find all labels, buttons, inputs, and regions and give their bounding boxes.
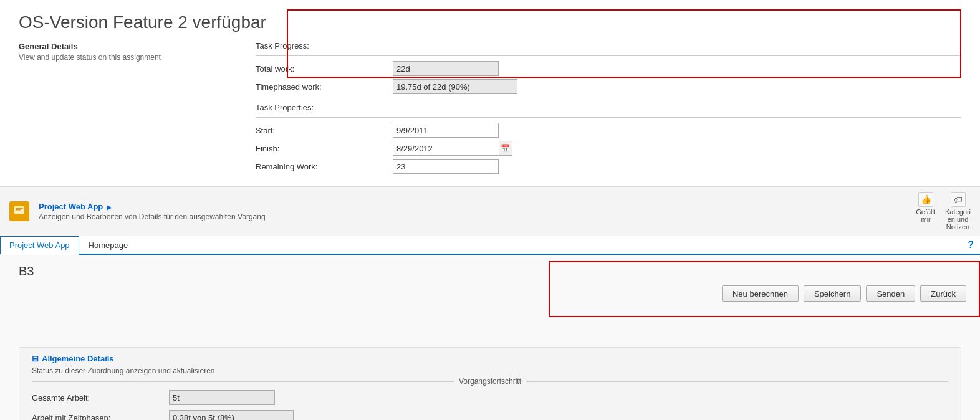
timephased-input[interactable]	[393, 79, 517, 94]
tab-project-web-app[interactable]: Project Web App	[0, 236, 79, 255]
calendar-button[interactable]: 📅	[499, 141, 512, 156]
ribbon-desc: Anzeigen und Bearbeiten von Details für …	[39, 212, 906, 221]
vorgangs-section: Vorgangsfortschritt Gesamte Arbeit: Arbe…	[32, 381, 948, 420]
categories-button[interactable]: 🏷 Kategori en und Notizen	[945, 192, 971, 231]
highlight-box-bottom: Neu berechnen Speichern Senden Zurück	[549, 261, 980, 317]
finish-label: Finish:	[256, 144, 393, 153]
ribbon-area: Project Web App ▶ Anzeigen und Bearbeite…	[0, 186, 980, 236]
svg-rect-1	[16, 208, 23, 209]
categories-icon: 🏷	[951, 192, 966, 207]
categories-label: Kategori en und Notizen	[945, 208, 971, 231]
help-button[interactable]: ?	[961, 237, 980, 253]
allgemeine-details-header[interactable]: ⊟ Allgemeine Details	[32, 354, 948, 363]
bottom-section-desc: Status zu dieser Zuordnung anzeigen und …	[32, 366, 948, 375]
like-label: Gefällt mir	[916, 208, 936, 223]
remaining-work-label: Remaining Work:	[256, 162, 393, 171]
arbeit-zeitphasen-input[interactable]	[169, 410, 294, 420]
general-details-label: General Details	[19, 42, 237, 51]
ribbon-app-name[interactable]: Project Web App	[39, 202, 103, 211]
highlight-box-top	[287, 9, 961, 78]
ribbon-app-icon	[9, 201, 29, 221]
allgemeine-details-label: Allgemeine Details	[42, 354, 114, 363]
task-properties-header: Task Properties:	[256, 100, 961, 112]
arbeit-zeitphasen-label: Arbeit mit Zeitphasen:	[32, 413, 169, 421]
like-icon: 👍	[918, 192, 933, 207]
remaining-work-input[interactable]	[393, 159, 499, 174]
general-details-desc: View and update status on this assignmen…	[19, 53, 237, 62]
svg-rect-2	[16, 209, 21, 211]
gesamte-arbeit-label: Gesamte Arbeit:	[32, 393, 169, 403]
like-button[interactable]: 👍 Gefällt mir	[916, 192, 936, 231]
ribbon-text: Project Web App ▶ Anzeigen und Bearbeite…	[39, 202, 906, 221]
start-label: Start:	[256, 126, 393, 135]
finish-input[interactable]	[393, 141, 499, 156]
tabs-bar: Project Web App Homepage ?	[0, 236, 980, 255]
recalculate-button[interactable]: Neu berechnen	[722, 285, 799, 302]
send-button[interactable]: Senden	[866, 285, 915, 302]
action-buttons-group: Neu berechnen Speichern Senden Zurück	[716, 280, 973, 307]
gesamte-arbeit-input[interactable]	[169, 390, 275, 405]
start-input[interactable]	[393, 123, 499, 138]
ribbon-arrow: ▶	[107, 204, 112, 211]
vorgangs-label: Vorgangsfortschritt	[454, 377, 526, 386]
collapse-icon: ⊟	[32, 354, 39, 363]
bottom-form-area: ⊟ Allgemeine Details Status zu dieser Zu…	[19, 347, 961, 420]
back-button[interactable]: Zurück	[920, 285, 966, 302]
bottom-section: B3 Neu berechnen Speichern Senden Zurück…	[0, 255, 980, 420]
save-button[interactable]: Speichern	[804, 285, 862, 302]
tab-homepage[interactable]: Homepage	[79, 236, 138, 254]
timephased-label: Timephased work:	[256, 82, 393, 92]
